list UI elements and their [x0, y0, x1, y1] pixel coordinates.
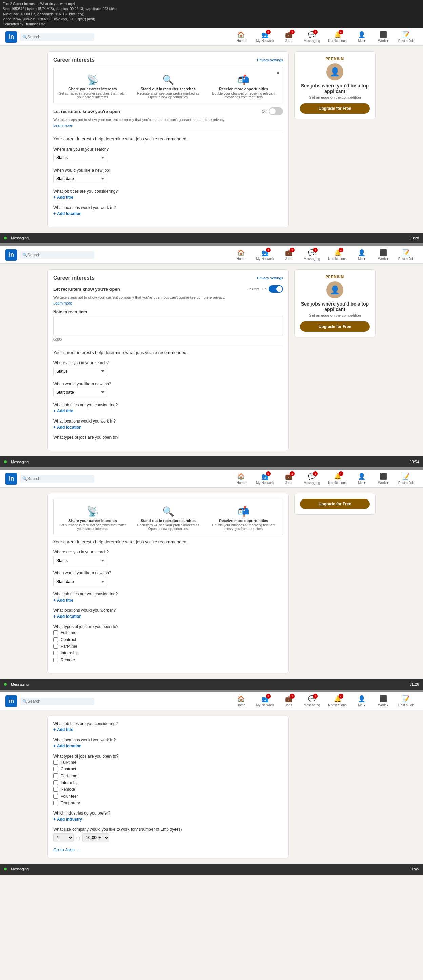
jobtype-internship-4[interactable]: Internship — [53, 780, 283, 785]
messaging-icon-2: 💬1 — [308, 249, 316, 256]
search-bar-4[interactable]: 🔍 — [20, 698, 94, 705]
jobtype-fulltime-3[interactable]: Full-time — [53, 630, 283, 635]
jobtype-contract-checkbox-3[interactable] — [53, 637, 58, 642]
add-location-link-3[interactable]: + Add location — [53, 614, 283, 619]
toggle-switch-2[interactable] — [269, 285, 283, 293]
nav-network-1[interactable]: 👥5 My Network — [253, 30, 277, 44]
nav-work-1[interactable]: ⬛ Work ▾ — [373, 30, 393, 44]
jobtype-internship-3[interactable]: Internship — [53, 651, 283, 655]
where-label-3: Where are you in your search? — [53, 550, 283, 554]
add-title-link-4[interactable]: + Add title — [53, 727, 283, 732]
jobtype-remote-4[interactable]: Remote — [53, 787, 283, 792]
jobtype-parttime-checkbox-4[interactable] — [53, 773, 58, 778]
search-bar-3[interactable]: 🔍 — [20, 475, 94, 482]
search-bar-2[interactable]: 🔍 — [20, 251, 94, 259]
nav-notifications-4[interactable]: 🔔4 Notifications — [325, 694, 350, 708]
add-location-link-2[interactable]: + Add location — [53, 425, 283, 430]
jobtype-contract-3[interactable]: Contract — [53, 637, 283, 642]
video-bar-4: Messaging 01:45 — [0, 864, 423, 875]
when-select-2[interactable]: Start date — [53, 388, 107, 397]
jobtype-volunteer-checkbox-4[interactable] — [53, 794, 58, 799]
jobtype-remote-checkbox-3[interactable] — [53, 657, 58, 662]
jobtype-parttime-4[interactable]: Part-time — [53, 773, 283, 778]
search-bar-1[interactable]: 🔍 — [20, 33, 94, 41]
nav-messaging-3[interactable]: 💬1 Messaging — [300, 471, 323, 486]
recruiters-close-1[interactable]: ✕ — [276, 70, 280, 76]
jobtype-temporary-checkbox-4[interactable] — [53, 800, 58, 805]
jobtype-fulltime-checkbox-4[interactable] — [53, 760, 58, 765]
add-title-link-2[interactable]: + Add title — [53, 409, 283, 414]
upgrade-button-2[interactable]: Upgrade for Free — [300, 321, 370, 332]
nav-jobs-1[interactable]: 💼1 Jobs — [278, 30, 299, 44]
nav-jobs-3[interactable]: 💼1 Jobs — [278, 471, 299, 486]
nav-messaging-2[interactable]: 💬1 Messaging — [300, 248, 323, 262]
when-select-3[interactable]: Start date — [53, 577, 107, 586]
size-from-select-4[interactable]: 1 — [53, 833, 73, 842]
upgrade-button-3[interactable]: Upgrade for Free — [300, 499, 370, 509]
nav-home-4[interactable]: 🏠 Home — [231, 694, 251, 708]
search-input-1[interactable] — [27, 35, 92, 39]
nav-me-2[interactable]: 👤 Me ▾ — [351, 248, 372, 262]
jobtype-remote-3[interactable]: Remote — [53, 657, 283, 662]
note-box-2: Note to recruiters 0/300 — [53, 310, 283, 342]
add-location-link-1[interactable]: + Add location — [53, 211, 283, 216]
add-industry-link-4[interactable]: + Add industry — [53, 817, 283, 822]
jobtype-fulltime-4[interactable]: Full-time — [53, 760, 283, 765]
nav-notifications-2[interactable]: 🔔4 Notifications — [325, 248, 350, 262]
search-input-3[interactable] — [27, 476, 92, 481]
linkedin-logo-3: in — [5, 473, 17, 485]
nav-post-job-4[interactable]: 📝 Post a Job — [395, 694, 418, 708]
nav-work-4[interactable]: ⬛ Work ▾ — [373, 694, 393, 708]
nav-network-3[interactable]: 👥5 My Network — [253, 471, 277, 486]
nav-network-2[interactable]: 👥5 My Network — [253, 248, 277, 262]
jobtype-temporary-4[interactable]: Temporary — [53, 800, 283, 805]
nav-me-4[interactable]: 👤 Me ▾ — [351, 694, 372, 708]
where-select-3[interactable]: Status — [53, 556, 107, 565]
add-location-link-4[interactable]: + Add location — [53, 744, 283, 748]
nav-post-job-2[interactable]: 📝 Post a Job — [395, 248, 418, 262]
jobtype-internship-checkbox-4[interactable] — [53, 780, 58, 785]
add-title-link-3[interactable]: + Add title — [53, 598, 283, 603]
nav-me-1[interactable]: 👤 Me ▾ — [351, 30, 372, 44]
jobtype-parttime-checkbox-3[interactable] — [53, 644, 58, 649]
nav-home-2[interactable]: 🏠 Home — [231, 248, 251, 262]
where-select-2[interactable]: Status — [53, 367, 107, 376]
jobtype-internship-checkbox-3[interactable] — [53, 651, 58, 655]
nav-post-job-1[interactable]: 📝 Post a Job — [395, 30, 418, 44]
jobtypes-group-4: What types of jobs are you open to? Full… — [53, 754, 283, 805]
learn-more-2[interactable]: Learn more — [53, 301, 72, 305]
nav-home-3[interactable]: 🏠 Home — [231, 471, 251, 486]
size-to-select-4[interactable]: 10,000+ — [83, 833, 110, 842]
learn-more-1[interactable]: Learn more — [53, 123, 72, 127]
nav-jobs-4[interactable]: 💼1 Jobs — [278, 694, 299, 708]
jobtype-parttime-3[interactable]: Part-time — [53, 644, 283, 649]
nav-post-job-3[interactable]: 📝 Post a Job — [395, 471, 418, 486]
nav-me-3[interactable]: 👤 Me ▾ — [351, 471, 372, 486]
nav-messaging-1[interactable]: 💬1 Messaging — [300, 30, 323, 44]
nav-home-1[interactable]: 🏠 Home — [231, 30, 251, 44]
nav-notifications-1[interactable]: 🔔4 Notifications — [325, 30, 350, 44]
nav-work-2[interactable]: ⬛ Work ▾ — [373, 248, 393, 262]
nav-messaging-4[interactable]: 💬1 Messaging — [300, 694, 323, 708]
search-input-2[interactable] — [27, 253, 92, 258]
where-select-1[interactable]: Status — [53, 153, 107, 162]
add-title-link-1[interactable]: + Add title — [53, 195, 283, 200]
toggle-switch-1[interactable] — [269, 108, 283, 115]
nav-work-3[interactable]: ⬛ Work ▾ — [373, 471, 393, 486]
nav-notifications-3[interactable]: 🔔4 Notifications — [325, 471, 350, 486]
nav-network-4[interactable]: 👥5 My Network — [253, 694, 277, 708]
upgrade-button-1[interactable]: Upgrade for Free — [300, 103, 370, 114]
nav-jobs-2[interactable]: 💼1 Jobs — [278, 248, 299, 262]
jobtype-remote-checkbox-4[interactable] — [53, 787, 58, 792]
privacy-link-1[interactable]: Privacy settings — [257, 58, 283, 62]
jobtype-contract-checkbox-4[interactable] — [53, 767, 58, 772]
go-to-jobs-link-4[interactable]: Go to Jobs → — [53, 847, 283, 853]
search-input-4[interactable] — [27, 699, 92, 704]
jobtype-contract-4[interactable]: Contract — [53, 767, 283, 772]
post-job-icon-3: 📝 — [402, 473, 410, 480]
note-textarea-2[interactable] — [53, 316, 283, 336]
privacy-link-2[interactable]: Privacy settings — [257, 276, 283, 280]
jobtype-fulltime-checkbox-3[interactable] — [53, 630, 58, 635]
when-select-1[interactable]: Start date — [53, 174, 107, 183]
jobtype-volunteer-4[interactable]: Volunteer — [53, 794, 283, 799]
